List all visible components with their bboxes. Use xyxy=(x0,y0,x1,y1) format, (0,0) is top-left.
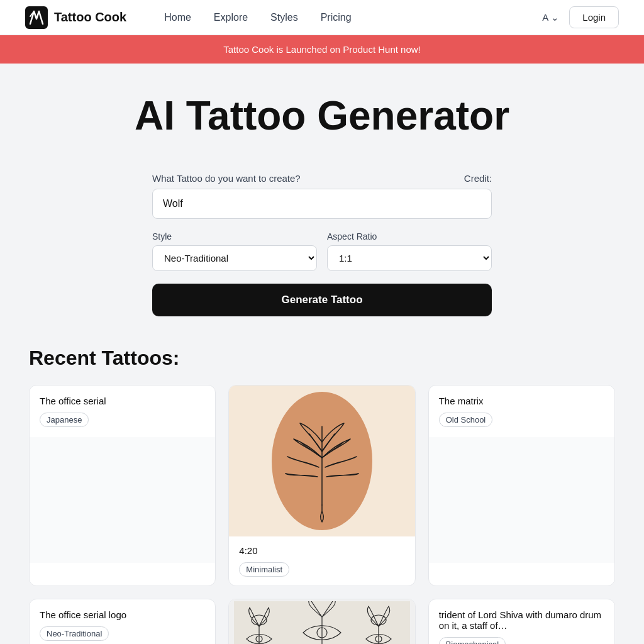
tattoo-card-title: 4:20 xyxy=(239,545,404,556)
credit-label: Credit: xyxy=(464,173,492,184)
style-label: Style xyxy=(152,231,317,242)
tattoo-prompt-input[interactable] xyxy=(152,189,492,219)
hero-section: AI Tattoo Generator xyxy=(0,64,644,173)
generator-form: What Tattoo do you want to create? Credi… xyxy=(140,173,504,316)
tattoo-card-placeholder xyxy=(30,437,215,563)
nav-explore[interactable]: Explore xyxy=(214,12,248,23)
nav-home[interactable]: Home xyxy=(164,12,191,23)
style-badge: Neo-Traditional xyxy=(40,626,109,641)
style-select[interactable]: Neo-Traditional Japanese Minimalist Old … xyxy=(152,245,317,271)
tattoo-card-body: The office serial Japanese xyxy=(30,386,215,437)
recent-tattoos-title: Recent Tattoos: xyxy=(29,347,615,370)
tattoo-card-body: The office serial logo Neo-Traditional xyxy=(30,599,215,644)
tattoo-card-body: The matrix Old School xyxy=(429,386,614,437)
selects-row: Style Neo-Traditional Japanese Minimalis… xyxy=(152,231,492,271)
style-badge: Japanese xyxy=(40,413,89,427)
tattoo-card[interactable]: 4:20 Minimalist xyxy=(228,385,415,586)
generate-button[interactable]: Generate Tattoo xyxy=(152,284,492,316)
tattoo-card-image-container xyxy=(229,386,414,536)
tattoo-card[interactable]: The matrix Old School xyxy=(428,385,615,586)
banner-text: Tattoo Cook is Launched on Product Hunt … xyxy=(223,44,421,55)
chevron-down-icon: ⌄ xyxy=(551,12,559,23)
tattoo-card-title: trident of Lord Shiva with dumaro drum o… xyxy=(439,609,604,631)
logo[interactable]: Tattoo Cook xyxy=(25,6,126,29)
tattoo-card[interactable] xyxy=(228,599,415,644)
style-badge: Biomechanical xyxy=(439,637,506,644)
tattoo-card-title: The office serial xyxy=(40,396,205,406)
language-button[interactable]: A ⌄ xyxy=(542,12,559,23)
aspect-label: Aspect Ratio xyxy=(327,231,492,242)
tattoo-card[interactable]: trident of Lord Shiva with dumaro drum o… xyxy=(428,599,615,644)
logo-icon xyxy=(25,6,48,29)
nav-styles[interactable]: Styles xyxy=(270,12,298,23)
tattoo-card-placeholder xyxy=(429,437,614,563)
announcement-banner: Tattoo Cook is Launched on Product Hunt … xyxy=(0,35,644,64)
form-label-row: What Tattoo do you want to create? Credi… xyxy=(152,173,492,184)
aspect-select[interactable]: 1:1 4:3 16:9 3:4 9:16 xyxy=(327,245,492,271)
tattoo-grid: The office serial Japanese xyxy=(29,385,615,644)
main-nav: Home Explore Styles Pricing xyxy=(164,12,351,23)
tattoo-card-title: The matrix xyxy=(439,396,604,406)
leaf-tattoo-image xyxy=(265,389,379,533)
tattoo-card-body: 4:20 Minimalist xyxy=(229,536,414,586)
lang-icon: A xyxy=(542,12,548,23)
logo-text: Tattoo Cook xyxy=(54,10,126,25)
tattoo-card-title: The office serial logo xyxy=(40,609,205,620)
recent-tattoos-section: Recent Tattoos: The office serial Japane… xyxy=(14,347,630,644)
nav-pricing[interactable]: Pricing xyxy=(321,12,352,23)
style-badge: Minimalist xyxy=(239,562,289,577)
login-button[interactable]: Login xyxy=(569,6,619,28)
tattoo-card[interactable]: The office serial Japanese xyxy=(29,385,216,586)
style-select-group: Style Neo-Traditional Japanese Minimalis… xyxy=(152,231,317,271)
header: Tattoo Cook Home Explore Styles Pricing … xyxy=(0,0,644,35)
style-badge: Old School xyxy=(439,413,493,427)
tattoo-card[interactable]: The office serial logo Neo-Traditional xyxy=(29,599,216,644)
header-right: A ⌄ Login xyxy=(542,6,619,28)
thai-tattoo-image xyxy=(234,601,410,644)
hero-title: AI Tattoo Generator xyxy=(13,94,631,138)
tattoo-card-image-container xyxy=(229,599,414,644)
prompt-label: What Tattoo do you want to create? xyxy=(152,173,301,184)
aspect-select-group: Aspect Ratio 1:1 4:3 16:9 3:4 9:16 xyxy=(327,231,492,271)
tattoo-card-body: trident of Lord Shiva with dumaro drum o… xyxy=(429,599,614,644)
